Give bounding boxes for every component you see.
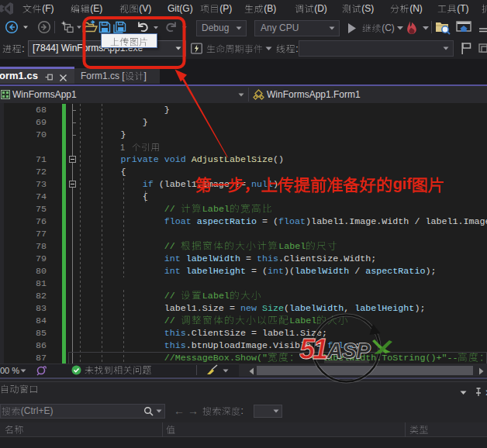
svg-text:ASP: ASP xyxy=(326,339,371,363)
svg-text:51: 51 xyxy=(299,333,327,365)
